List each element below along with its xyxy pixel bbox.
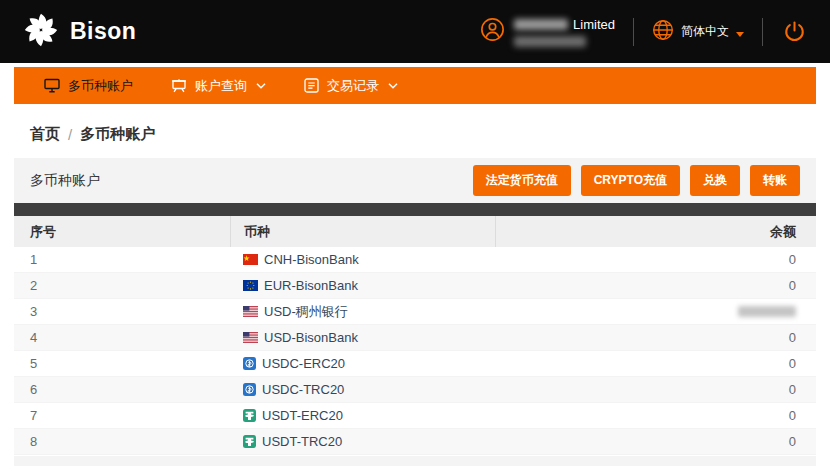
user-icon — [480, 17, 505, 46]
main-nav: 多币种账户 账户查询 交易记录 — [14, 67, 816, 104]
panel-title: 多币种账户 — [30, 172, 100, 190]
currency-name: USDT-TRC20 — [262, 434, 342, 449]
redacted-account-line — [514, 36, 586, 47]
panel-header: 多币种账户 法定货币充值CRYPTO充值兑换转账 — [14, 158, 816, 203]
record-icon — [304, 78, 319, 93]
row-index: 3 — [14, 299, 230, 324]
monitor-icon — [44, 78, 60, 93]
row-index: 4 — [14, 325, 230, 350]
user-name: Limited — [514, 17, 615, 47]
currency-name: USD-BisonBank — [264, 330, 358, 345]
user-account[interactable]: Limited — [480, 17, 615, 47]
table-row: 5 USDC-ERC20 0 — [14, 351, 816, 377]
currency-name: USDC-ERC20 — [262, 356, 345, 371]
row-balance: 0 — [495, 377, 816, 402]
row-index: 5 — [14, 351, 230, 376]
breadcrumb-home[interactable]: 首页 — [30, 125, 60, 144]
breadcrumb-current: 多币种账户 — [80, 125, 155, 144]
row-index: 6 — [14, 377, 230, 402]
row-balance: 0 — [495, 325, 816, 350]
bison-swirl-icon — [22, 11, 60, 53]
panel-actions: 法定货币充值CRYPTO充值兑换转账 — [473, 165, 800, 196]
nav-item-label: 多币种账户 — [68, 77, 133, 95]
brand-name: Bison — [70, 18, 136, 45]
company-suffix: Limited — [573, 17, 615, 32]
usdt-icon — [243, 409, 256, 422]
table-row: 1 CNH-BisonBank 0 — [14, 247, 816, 273]
row-balance: 0 — [495, 247, 816, 272]
table-header: 序号 币种 余额 — [14, 216, 816, 247]
logout-power-button[interactable] — [781, 18, 808, 45]
table-row: 4 USD-BisonBank 0 — [14, 325, 816, 351]
row-index: 2 — [14, 273, 230, 298]
table-row: 6 USDC-TRC20 0 — [14, 377, 816, 403]
row-balance: 0 — [495, 403, 816, 428]
nav-item-label: 账户查询 — [195, 77, 247, 95]
breadcrumb: 首页 / 多币种账户 — [30, 125, 800, 144]
chevron-down-icon — [736, 23, 744, 41]
transfer-button[interactable]: 转账 — [750, 165, 800, 196]
nav-item-transaction-records[interactable]: 交易记录 — [304, 77, 398, 95]
language-label: 简体中文 — [681, 23, 729, 40]
table-footer-strip — [14, 456, 816, 466]
eu-flag-icon — [243, 280, 258, 291]
nav-item-multi-currency-account[interactable]: 多币种账户 — [44, 77, 133, 95]
globe-icon — [652, 19, 674, 45]
column-header-balance: 余额 — [495, 216, 816, 247]
row-index: 8 — [14, 429, 230, 454]
currency-name: USDT-ERC20 — [262, 408, 343, 423]
table-row: 7 USDT-ERC20 0 — [14, 403, 816, 429]
chevron-down-icon — [256, 83, 266, 89]
header-divider — [762, 18, 763, 46]
nav-item-account-inquiry[interactable]: 账户查询 — [171, 77, 266, 95]
usdc-icon — [243, 383, 256, 396]
nav-item-label: 交易记录 — [327, 77, 379, 95]
currency-name: EUR-BisonBank — [264, 278, 358, 293]
table-body: 1 CNH-BisonBank 0 2 EUR-BisonBank 0 3 US… — [14, 247, 816, 455]
table-row: 8 USDT-TRC20 0 — [14, 429, 816, 455]
row-balance: 0 — [495, 273, 816, 298]
crypto-deposit-button[interactable]: CRYPTO充值 — [581, 165, 680, 196]
row-balance: 0 — [495, 351, 816, 376]
top-header: Bison Limited 简体中文 — [0, 0, 830, 63]
chevron-down-icon — [388, 83, 398, 89]
table-row: 2 EUR-BisonBank 0 — [14, 273, 816, 299]
table-row: 3 USD-稠州银行 — [14, 299, 816, 325]
us-flag-icon — [243, 306, 258, 317]
redacted-balance — [738, 306, 796, 317]
multi-currency-panel: 多币种账户 法定货币充值CRYPTO充值兑换转账 序号 币种 余额 1 CNH-… — [14, 158, 816, 466]
currency-name: CNH-BisonBank — [264, 252, 359, 267]
exchange-button[interactable]: 兑换 — [690, 165, 740, 196]
board-icon — [171, 78, 187, 93]
row-index: 1 — [14, 247, 230, 272]
language-selector[interactable]: 简体中文 — [652, 19, 744, 45]
column-header-index: 序号 — [14, 216, 230, 247]
header-divider — [633, 18, 634, 46]
us-flag-icon — [243, 332, 258, 343]
currency-name: USD-稠州银行 — [264, 303, 348, 321]
row-balance — [495, 299, 816, 324]
redacted-company-name — [514, 19, 568, 30]
table-top-bar — [14, 203, 816, 216]
row-balance: 0 — [495, 429, 816, 454]
fiat-deposit-button[interactable]: 法定货币充值 — [473, 165, 571, 196]
row-index: 7 — [14, 403, 230, 428]
brand-logo[interactable]: Bison — [22, 11, 136, 53]
currency-name: USDC-TRC20 — [262, 382, 344, 397]
usdc-icon — [243, 357, 256, 370]
usdt-icon — [243, 435, 256, 448]
cn-flag-icon — [243, 254, 258, 265]
breadcrumb-separator: / — [68, 126, 72, 143]
column-header-currency: 币种 — [230, 216, 495, 247]
